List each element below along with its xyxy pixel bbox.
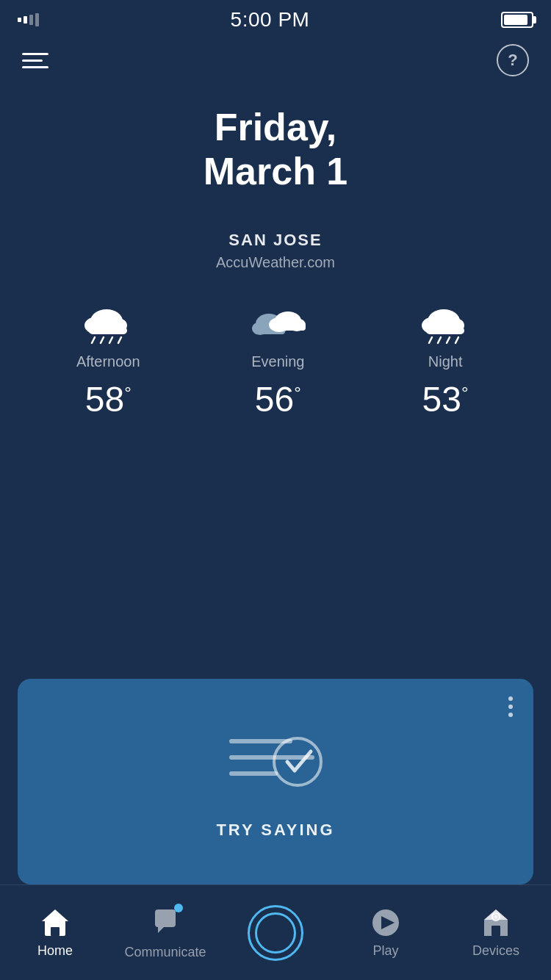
nav-alexa[interactable] bbox=[220, 898, 331, 968]
help-button[interactable]: ? bbox=[497, 44, 529, 76]
evening-temp: 56° bbox=[255, 379, 301, 419]
signal-bar-2 bbox=[24, 16, 27, 24]
card-label: TRY SAYING bbox=[216, 821, 334, 840]
alexa-inner-ring bbox=[255, 912, 296, 954]
top-bar: ? bbox=[0, 37, 551, 84]
communicate-notification-dot bbox=[174, 904, 183, 912]
svg-rect-30 bbox=[51, 927, 60, 936]
svg-line-20 bbox=[429, 337, 432, 343]
nav-home-label: Home bbox=[37, 943, 73, 959]
battery-indicator bbox=[501, 12, 533, 28]
evening-label: Evening bbox=[251, 353, 304, 370]
nav-devices[interactable]: Devices bbox=[441, 899, 551, 966]
weather-afternoon: Afternoon 58° bbox=[76, 300, 140, 419]
svg-line-23 bbox=[455, 337, 458, 343]
signal-bar-1 bbox=[18, 18, 21, 22]
dot-1 bbox=[508, 696, 513, 701]
svg-line-7 bbox=[118, 337, 121, 343]
afternoon-label: Afternoon bbox=[76, 353, 140, 370]
svg-point-27 bbox=[274, 738, 321, 785]
svg-line-22 bbox=[447, 337, 450, 343]
battery-fill bbox=[504, 15, 527, 25]
alexa-button[interactable] bbox=[248, 905, 303, 961]
signal-bar-4 bbox=[35, 13, 39, 26]
status-bar: 5:00 PM bbox=[0, 0, 551, 37]
svg-point-37 bbox=[494, 915, 497, 918]
date-line1: Friday, bbox=[215, 106, 337, 148]
card-section: TRY SAYING bbox=[0, 679, 551, 884]
svg-line-21 bbox=[438, 337, 441, 343]
date-section: Friday, March 1 bbox=[0, 84, 551, 209]
svg-rect-3 bbox=[89, 327, 127, 334]
svg-rect-35 bbox=[491, 926, 500, 936]
devices-icon bbox=[480, 907, 512, 939]
night-label: Night bbox=[428, 353, 463, 370]
svg-marker-29 bbox=[42, 909, 68, 921]
dot-2 bbox=[508, 705, 513, 709]
svg-line-4 bbox=[92, 337, 95, 343]
weather-section: Afternoon 58° Evening 56° bbox=[0, 286, 551, 442]
nav-communicate[interactable]: Communicate bbox=[110, 898, 220, 968]
weather-night: Night 53° bbox=[416, 300, 475, 419]
status-time: 5:00 PM bbox=[231, 8, 310, 32]
card-more-button[interactable] bbox=[505, 693, 516, 720]
bottom-nav: Home Communicate Play bbox=[0, 884, 551, 980]
nav-home[interactable]: Home bbox=[0, 899, 110, 966]
weather-source: AccuWeather.com bbox=[0, 254, 551, 271]
nav-devices-label: Devices bbox=[472, 943, 519, 959]
communicate-icon-wrapper bbox=[149, 905, 181, 940]
date-line2: March 1 bbox=[204, 150, 348, 192]
hamburger-line-1 bbox=[22, 53, 48, 55]
hamburger-line-2 bbox=[22, 60, 43, 62]
afternoon-temp: 58° bbox=[85, 379, 132, 419]
nav-communicate-label: Communicate bbox=[124, 945, 206, 960]
suggestion-card: TRY SAYING bbox=[18, 679, 533, 884]
home-icon bbox=[39, 907, 71, 939]
nav-play-label: Play bbox=[372, 943, 398, 959]
location-section: SAN JOSE AccuWeather.com bbox=[0, 209, 551, 286]
weather-evening: Evening 56° bbox=[248, 300, 307, 419]
nav-play[interactable]: Play bbox=[331, 899, 441, 966]
dot-3 bbox=[508, 713, 513, 717]
evening-weather-icon bbox=[248, 300, 307, 345]
signal-bar-3 bbox=[29, 15, 33, 25]
play-icon bbox=[370, 907, 402, 939]
svg-rect-19 bbox=[426, 327, 464, 334]
afternoon-weather-icon bbox=[79, 300, 137, 345]
night-temp: 53° bbox=[422, 379, 469, 419]
svg-line-6 bbox=[109, 337, 112, 343]
menu-button[interactable] bbox=[22, 53, 48, 68]
night-weather-icon bbox=[416, 300, 475, 345]
city-name: SAN JOSE bbox=[0, 231, 551, 250]
svg-line-5 bbox=[101, 337, 104, 343]
signal-indicator bbox=[18, 13, 39, 26]
date-display: Friday, March 1 bbox=[0, 106, 551, 194]
hamburger-line-3 bbox=[22, 66, 48, 68]
card-graphic bbox=[217, 719, 334, 803]
svg-rect-15 bbox=[278, 324, 306, 331]
